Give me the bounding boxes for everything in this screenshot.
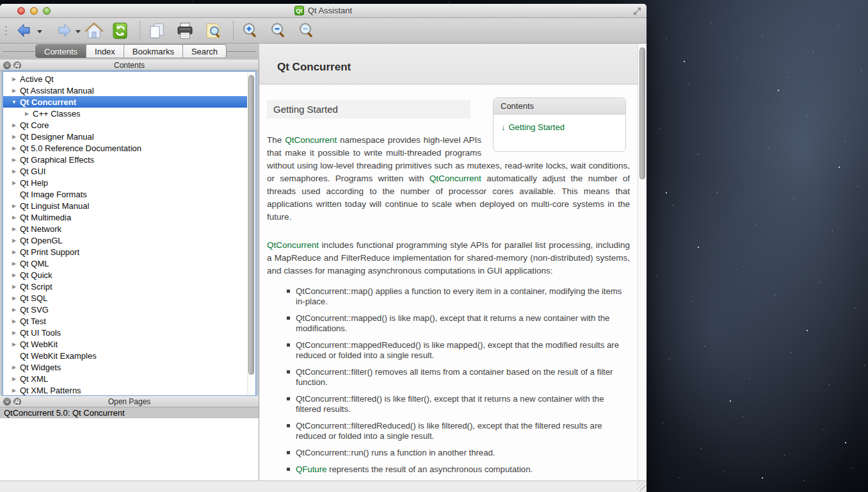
disclosure-triangle-icon[interactable] [8,365,20,370]
open-page-item[interactable]: QtConcurrent 5.0: Qt Concurrent [0,407,259,418]
tree-item[interactable]: Qt Widgets [3,361,247,373]
disclosure-triangle-icon[interactable] [8,99,20,105]
doc-link[interactable]: QtConcurrent [267,240,319,250]
zoom-out-button[interactable] [269,21,288,40]
tree-item[interactable]: Qt WebKit [3,338,247,350]
tree-item[interactable]: Qt Help [3,177,247,188]
disclosure-triangle-icon[interactable] [8,284,20,290]
toolbar-drag-handle-icon[interactable] [4,25,8,38]
tree-item[interactable]: Qt XML [3,373,247,384]
disclosure-triangle-icon[interactable] [8,307,20,313]
doc-link[interactable]: QtConcurrent [430,174,481,183]
back-button[interactable] [15,21,35,40]
printer-icon [175,21,195,40]
disclosure-triangle-icon[interactable] [8,318,20,324]
tree-item[interactable]: Qt Graphical Effects [3,154,247,165]
content-scrollbar[interactable] [638,44,647,480]
tree-item[interactable]: Qt Assistant Manual [3,85,247,96]
tree-item-label: Active Qt [20,74,54,84]
float-panel-icon[interactable] [13,398,21,406]
tab[interactable]: Index [86,45,124,58]
tree-item[interactable]: Qt Print Support [3,246,247,258]
tree-item[interactable]: Qt Designer Manual [3,131,247,142]
disclosure-triangle-icon[interactable] [8,295,20,301]
tree-item[interactable]: Qt Script [3,281,247,292]
tree-item[interactable]: Qt XML Patterns [3,384,247,396]
disclosure-triangle-icon[interactable] [8,157,20,163]
tree-item[interactable]: Qt QML [3,258,247,269]
disclosure-triangle-icon[interactable] [8,376,20,382]
tree-item-label: Qt Assistant Manual [20,86,94,95]
tree-item[interactable]: Qt Network [3,223,247,234]
tab[interactable]: Bookmarks [124,45,183,58]
copy-button[interactable] [147,21,166,40]
sync-contents-button[interactable] [110,21,129,40]
disclosure-triangle-icon[interactable] [8,76,20,82]
tree-item[interactable]: Qt Multimedia [3,211,247,223]
disclosure-triangle-icon[interactable] [8,122,20,128]
back-history-menu-caret-icon[interactable] [37,30,42,33]
tree-item-label: Qt SQL [20,293,47,303]
feature-list: QtConcurrent::map() applies a function t… [266,286,631,475]
sync-book-icon [110,21,129,40]
disclosure-triangle-icon[interactable] [8,88,20,94]
toc-link-getting-started[interactable]: Getting Started [509,122,565,132]
disclosure-triangle-icon[interactable] [8,145,20,151]
close-panel-icon[interactable]: × [3,62,11,69]
tree-item-label: Qt Test [20,316,46,326]
disclosure-triangle-icon[interactable] [8,330,20,336]
tree-scrollbar-thumb[interactable] [248,75,254,375]
tree-item[interactable]: Qt OpenGL [3,234,247,246]
disclosure-triangle-icon[interactable] [8,272,20,278]
tab[interactable]: Contents [36,45,86,58]
disclosure-triangle-icon[interactable] [8,192,20,197]
tree-item[interactable]: Qt SQL [3,292,247,304]
tree-item[interactable]: Qt Image Formats [3,188,247,200]
disclosure-triangle-icon[interactable] [8,341,20,347]
titlebar[interactable]: Qt Qt Assistant [0,4,647,18]
fullscreen-icon[interactable] [633,7,641,15]
content-scrollbar-thumb[interactable] [639,47,645,179]
tree-item[interactable]: Qt 5.0 Reference Documentation [3,142,247,154]
feature-list-item: QtConcurrent::mapped() is like map(), ex… [296,313,631,334]
tree-item[interactable]: Qt SVG [3,304,247,315]
tree-scrollbar[interactable] [247,72,255,395]
tree-item[interactable]: Qt UI Tools [3,327,247,338]
tree-item[interactable]: Qt Linguist Manual [3,200,247,211]
disclosure-triangle-icon[interactable] [8,238,20,243]
tree-item[interactable]: Qt Quick [3,269,247,281]
tree-item-label: Qt GUI [20,167,45,176]
tab[interactable]: Search [183,45,226,58]
doc-link[interactable]: QFuture [296,464,326,474]
tree-item[interactable]: Qt GUI [3,165,247,177]
disclosure-triangle-icon[interactable] [8,261,20,266]
disclosure-triangle-icon[interactable] [8,226,20,232]
tree-item[interactable]: C++ Classes [3,108,247,119]
home-button[interactable] [84,21,104,40]
disclosure-triangle-icon[interactable] [8,168,20,174]
float-panel-icon[interactable] [13,62,21,69]
disclosure-triangle-icon[interactable] [8,388,20,393]
tree-item[interactable]: Qt Test [3,315,247,327]
zoom-reset-button[interactable] [297,21,316,40]
tree-item[interactable]: Qt WebKit Examples [3,350,247,361]
disclosure-triangle-icon[interactable] [8,203,20,209]
disclosure-triangle-icon[interactable] [8,180,20,186]
tree-item[interactable]: Qt Core [3,119,247,131]
find-in-text-button[interactable] [204,21,223,40]
disclosure-triangle-icon[interactable] [8,134,20,140]
doc-link[interactable]: QtConcurrent [285,135,337,145]
disclosure-triangle-icon[interactable] [8,215,20,220]
print-button[interactable] [175,21,195,40]
resize-grip-icon[interactable] [636,482,646,491]
forward-button[interactable] [54,21,73,40]
tree-item[interactable]: Qt Concurrent [3,96,247,108]
disclosure-triangle-icon[interactable] [8,353,20,359]
tree-item[interactable]: Active Qt [3,73,247,85]
disclosure-triangle-icon[interactable] [21,111,33,117]
forward-history-menu-caret-icon[interactable] [76,30,81,33]
close-panel-icon[interactable]: × [3,398,11,406]
disclosure-triangle-icon[interactable] [8,249,20,255]
tree-item-label: Qt XML Patterns [20,386,81,395]
zoom-in-button[interactable] [241,21,260,40]
